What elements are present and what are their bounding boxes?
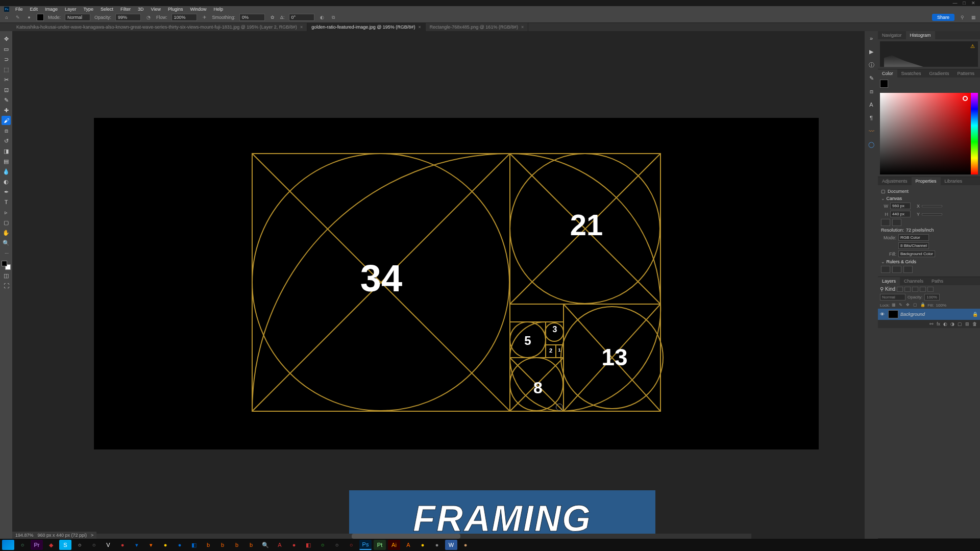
layer-opacity-input[interactable]: 100% <box>924 294 940 300</box>
menu-window[interactable]: Window <box>187 7 210 12</box>
taskbar-app[interactable]: b <box>202 540 214 550</box>
tab-histogram[interactable]: Histogram <box>906 31 935 39</box>
taskbar-app[interactable]: ◧ <box>302 540 314 550</box>
menu-3d[interactable]: 3D <box>135 7 147 12</box>
strip-expand-icon[interactable]: » <box>867 34 875 42</box>
taskbar-app[interactable]: ● <box>159 540 172 550</box>
doc-tab-1[interactable]: golden-ratio-featured-image.jpg @ 195% (… <box>307 23 426 31</box>
taskbar-app[interactable]: Ps <box>359 540 372 550</box>
gradient-tool[interactable]: ▤ <box>2 157 11 166</box>
taskbar-app[interactable]: ● <box>459 540 472 550</box>
brush-preset-icon[interactable]: ✎ <box>14 14 21 21</box>
brush-size-icon[interactable]: ● <box>26 14 33 21</box>
visibility-eye-icon[interactable]: 👁 <box>880 312 886 317</box>
width-input[interactable]: 960 px <box>890 203 911 209</box>
edit-toolbar-icon[interactable]: ⋯ <box>2 248 11 258</box>
taskbar-app[interactable]: V <box>102 540 114 550</box>
taskbar-app[interactable]: S <box>59 540 71 550</box>
tab-layers[interactable]: Layers <box>878 277 900 285</box>
strip-type-icon[interactable]: A <box>867 101 875 109</box>
taskbar-app[interactable]: b <box>245 540 257 550</box>
airbrush-icon[interactable]: ✈ <box>201 14 208 21</box>
guides-button[interactable] <box>903 266 913 273</box>
smoothing-input[interactable]: 0% <box>239 14 265 21</box>
filter-search-icon[interactable]: ⚲ <box>880 286 884 292</box>
hue-slider[interactable] <box>971 93 978 174</box>
smoothing-gear-icon[interactable]: ✿ <box>269 14 276 21</box>
taskbar-app[interactable]: ○ <box>345 540 357 550</box>
flow-input[interactable]: 100% <box>172 14 197 21</box>
menu-plugins[interactable]: Plugins <box>165 7 186 12</box>
stamp-tool[interactable]: ⧈ <box>2 126 11 135</box>
eraser-tool[interactable]: ◨ <box>2 146 11 156</box>
tab-channels[interactable]: Channels <box>900 277 927 285</box>
strip-play-icon[interactable]: ▶ <box>867 47 875 56</box>
orientation-portrait-button[interactable] <box>881 219 890 226</box>
pressure-size-icon[interactable]: ◐ <box>318 14 326 21</box>
frame-tool[interactable]: ⊡ <box>2 85 11 94</box>
layer-row-background[interactable]: 👁 Background 🔒 <box>878 309 980 320</box>
layer-lock-icon[interactable]: 🔒 <box>972 312 978 317</box>
lock-all-icon[interactable]: 🔒 <box>920 303 925 308</box>
layer-name[interactable]: Background <box>900 312 970 317</box>
menu-select[interactable]: Select <box>97 7 116 12</box>
adjustment-layer-icon[interactable]: ◑ <box>950 321 954 327</box>
select-subject-tool[interactable]: ⬚ <box>2 65 11 74</box>
strip-clone-icon[interactable]: ⧈ <box>867 87 875 95</box>
tab-properties[interactable]: Properties <box>912 177 941 185</box>
close-tab-icon[interactable]: × <box>300 24 303 30</box>
menu-type[interactable]: Type <box>81 7 97 12</box>
cache-warning-icon[interactable]: ⚠ <box>970 43 975 49</box>
layer-fx-icon[interactable]: fx <box>937 321 940 327</box>
taskbar-app[interactable]: ○ <box>331 540 343 550</box>
taskbar-app[interactable]: A <box>402 540 414 550</box>
taskbar-app[interactable]: b <box>216 540 229 550</box>
canvas-section[interactable]: Canvas <box>881 196 977 201</box>
minimize-button[interactable]: — <box>950 1 960 6</box>
pressure-opacity-icon[interactable]: ◔ <box>145 14 152 21</box>
maximize-button[interactable]: □ <box>960 1 969 6</box>
new-layer-icon[interactable]: ⊞ <box>965 321 969 327</box>
menu-help[interactable]: Help <box>211 7 227 12</box>
filter-smart-icon[interactable] <box>927 287 934 292</box>
marquee-tool[interactable]: ▭ <box>2 44 11 54</box>
filter-type-icon[interactable] <box>912 287 918 292</box>
angle-input[interactable]: 0° <box>289 14 314 21</box>
tab-libraries[interactable]: Libraries <box>941 177 967 185</box>
start-button[interactable] <box>2 540 14 550</box>
lock-pixels-icon[interactable]: ✎ <box>899 303 904 308</box>
orientation-landscape-button[interactable] <box>892 219 901 226</box>
fill-select[interactable]: Background Color <box>898 251 935 257</box>
taskbar-app[interactable]: W <box>445 540 457 550</box>
taskbar-app[interactable]: ● <box>431 540 443 550</box>
menu-layer[interactable]: Layer <box>62 7 80 12</box>
taskbar-app[interactable]: ● <box>288 540 300 550</box>
opacity-input[interactable]: 99% <box>115 14 141 21</box>
color-swatches[interactable] <box>2 261 11 270</box>
scrollbar-thumb[interactable] <box>352 534 461 539</box>
rulers-section[interactable]: Rulers & Grids <box>881 259 977 264</box>
doc-tab-0[interactable]: Katsushika-hokusai-under-wave-kanagawa-a… <box>12 23 307 31</box>
layer-fill-input[interactable]: 100% <box>936 303 951 308</box>
taskbar-app[interactable]: ○ <box>74 540 86 550</box>
height-input[interactable]: 440 px <box>890 211 911 217</box>
symmetry-icon[interactable]: ⧉ <box>330 14 337 21</box>
zoom-tool[interactable]: 🔍 <box>2 238 11 247</box>
taskbar-app[interactable]: 🔍 <box>259 540 272 550</box>
taskbar-app[interactable]: Ai <box>388 540 400 550</box>
close-tab-icon[interactable]: × <box>418 24 421 30</box>
color-picker[interactable] <box>880 93 978 174</box>
crop-tool[interactable]: ✂ <box>2 75 11 84</box>
taskbar-app[interactable]: ▾ <box>145 540 157 550</box>
layer-thumbnail[interactable] <box>888 310 898 318</box>
strip-brush-icon[interactable]: ✎ <box>867 74 875 82</box>
blur-tool[interactable]: 💧 <box>2 167 11 176</box>
canvas-viewport[interactable]: 34 21 13 8 5 3 2 1 FRAMING RR RRCG 人人素材 <box>12 31 865 539</box>
doc-info[interactable]: 960 px x 440 px (72 ppi) <box>38 533 87 538</box>
taskbar-app[interactable]: A <box>274 540 286 550</box>
tab-gradients[interactable]: Gradients <box>925 69 953 78</box>
filter-adjust-icon[interactable] <box>904 287 911 292</box>
menu-view[interactable]: View <box>148 7 164 12</box>
search-icon[interactable]: ⚲ <box>959 14 966 21</box>
taskbar-app[interactable]: ○ <box>316 540 329 550</box>
